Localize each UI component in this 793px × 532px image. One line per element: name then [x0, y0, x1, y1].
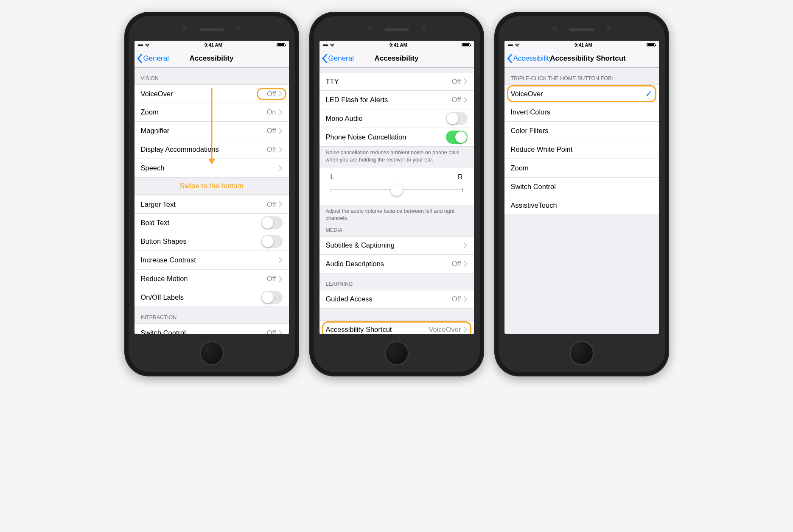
option-switch-control[interactable]: Switch Control	[504, 178, 659, 196]
front-camera	[367, 26, 372, 31]
settings-content[interactable]: TTY Off LED Flash for Alerts Off Mono Au…	[319, 68, 474, 334]
row-button-shapes[interactable]: Button Shapes	[135, 232, 289, 251]
back-label: General	[143, 54, 169, 63]
wifi-icon	[145, 42, 150, 47]
front-camera	[182, 26, 187, 31]
row-reduce-motion[interactable]: Reduce Motion Off	[135, 270, 289, 288]
row-label: Color Filters	[511, 127, 653, 135]
row-increase-contrast[interactable]: Increase Contrast	[135, 251, 289, 270]
back-button[interactable]: General	[322, 54, 354, 63]
home-button[interactable]	[384, 341, 409, 365]
row-value: Off	[452, 78, 461, 86]
row-label: VoiceOver	[141, 90, 267, 98]
chevron-right-icon	[279, 128, 283, 134]
wifi-icon	[330, 42, 335, 47]
row-label: AssistiveTouch	[511, 201, 653, 209]
row-label: Subtitles & Captioning	[326, 241, 464, 249]
toggle-onoff-labels[interactable]	[261, 291, 283, 304]
settings-content[interactable]: VISION VoiceOver Off Zoom On Magnifier O…	[135, 68, 289, 334]
option-color-filters[interactable]: Color Filters	[504, 122, 659, 140]
option-assistive-touch[interactable]: AssistiveTouch	[504, 196, 659, 215]
home-button[interactable]	[569, 341, 594, 365]
nav-bar: General Accessibility	[319, 49, 474, 68]
status-bar: ••••• 9:41 AM	[319, 41, 474, 49]
option-reduce-white-point[interactable]: Reduce White Point	[504, 140, 659, 159]
row-audio-descriptions[interactable]: Audio Descriptions Off	[319, 255, 474, 273]
row-onoff-labels[interactable]: On/Off Labels	[135, 288, 289, 307]
row-bold-text[interactable]: Bold Text	[135, 214, 289, 232]
chevron-right-icon	[279, 109, 283, 115]
slider-footer: Adjust the audio volume balance between …	[319, 205, 474, 226]
row-led-flash[interactable]: LED Flash for Alerts Off	[319, 91, 474, 109]
battery-icon	[462, 43, 470, 47]
nav-bar: General Accessibility	[135, 49, 289, 68]
toggle-button-shapes[interactable]	[261, 235, 283, 248]
row-display-accommodations[interactable]: Display Accommodations Off	[135, 140, 289, 159]
chevron-right-icon	[279, 91, 283, 97]
chevron-right-icon	[279, 276, 283, 282]
chevron-left-icon	[322, 54, 328, 63]
status-time: 9:41 AM	[205, 42, 222, 47]
row-tty[interactable]: TTY Off	[319, 72, 474, 91]
row-noise-cancellation[interactable]: Phone Noise Cancellation	[319, 128, 474, 147]
row-zoom[interactable]: Zoom On	[135, 103, 289, 122]
slider-right-label: R	[458, 173, 463, 181]
row-label: Bold Text	[141, 219, 261, 227]
option-invert-colors[interactable]: Invert Colors	[504, 103, 659, 122]
row-label: Magnifier	[141, 127, 267, 135]
audio-balance-slider[interactable]	[331, 184, 463, 196]
chevron-right-icon	[464, 242, 468, 248]
row-label: Phone Noise Cancellation	[326, 133, 446, 141]
row-value: Off	[267, 127, 276, 135]
checkmark-icon: ✓	[645, 89, 653, 99]
row-label: On/Off Labels	[141, 293, 261, 301]
wifi-icon	[515, 42, 520, 47]
row-label: LED Flash for Alerts	[326, 96, 452, 104]
row-label: Switch Control	[141, 329, 267, 334]
row-label: Speech	[141, 164, 279, 172]
chevron-right-icon	[464, 327, 468, 333]
toggle-mono-audio[interactable]	[446, 112, 468, 125]
section-header-media: MEDIA	[319, 226, 474, 236]
option-zoom[interactable]: Zoom	[504, 159, 659, 178]
row-label: Reduce Motion	[141, 275, 267, 283]
section-header-interaction: INTERACTION	[135, 307, 289, 323]
nav-bar: Accessibility Accessibility Shortcut	[504, 49, 659, 68]
toggle-noise-cancellation[interactable]	[446, 131, 468, 144]
row-larger-text[interactable]: Larger Text Off	[135, 195, 289, 214]
row-guided-access[interactable]: Guided Access Off	[319, 290, 474, 309]
row-label: Mono Audio	[326, 114, 446, 123]
audio-balance-slider-row: L R	[319, 167, 474, 205]
phone-frame-1: ••••• 9:41 AM General Accessibility VISI…	[124, 12, 299, 376]
row-magnifier[interactable]: Magnifier Off	[135, 122, 289, 140]
toggle-bold-text[interactable]	[261, 216, 283, 229]
chevron-right-icon	[464, 261, 468, 267]
speaker-grille	[199, 28, 224, 31]
row-value: On	[266, 108, 276, 116]
row-value: Off	[452, 295, 461, 303]
row-speech[interactable]: Speech	[135, 159, 289, 178]
row-mono-audio[interactable]: Mono Audio	[319, 109, 474, 128]
row-label: Switch Control	[511, 183, 653, 191]
row-accessibility-shortcut[interactable]: Accessibility Shortcut VoiceOver	[319, 320, 474, 334]
row-label: VoiceOver	[511, 90, 645, 98]
chevron-right-icon	[279, 165, 283, 171]
section-header-tripleclick: TRIPLE-CLICK THE HOME BUTTON FOR:	[504, 68, 659, 84]
option-voiceover[interactable]: VoiceOver ✓	[504, 84, 659, 103]
chevron-right-icon	[279, 257, 283, 263]
row-switch-control[interactable]: Switch Control Off	[135, 323, 289, 334]
settings-content[interactable]: TRIPLE-CLICK THE HOME BUTTON FOR: VoiceO…	[504, 68, 659, 334]
swipe-annotation: Swipe to the bottom	[135, 178, 289, 195]
row-label: Accessibility Shortcut	[326, 326, 429, 334]
cellular-signal-icon: •••••	[323, 43, 328, 47]
row-subtitles[interactable]: Subtitles & Captioning	[319, 236, 474, 255]
row-voiceover[interactable]: VoiceOver Off	[135, 84, 289, 103]
screen-3: ••••• 9:41 AM Accessibility Accessibilit…	[504, 41, 659, 334]
back-button[interactable]: Accessibility	[507, 54, 553, 63]
home-button[interactable]	[199, 341, 224, 365]
chevron-right-icon	[464, 296, 468, 302]
row-value: Off	[267, 201, 276, 209]
cellular-signal-icon: •••••	[508, 43, 513, 47]
chevron-right-icon	[464, 97, 468, 103]
back-button[interactable]: General	[137, 54, 169, 63]
